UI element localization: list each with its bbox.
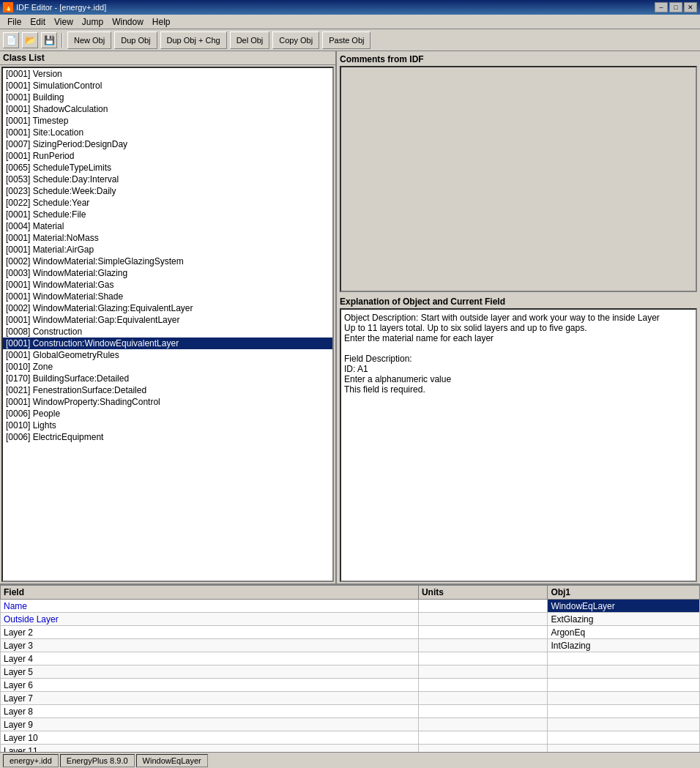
explanation-line2: Up to 11 layers total. Up to six solid l…	[344, 323, 693, 333]
list-item[interactable]: [0003] WindowMaterial:Glazing	[3, 267, 332, 279]
save-file-icon[interactable]: 💾	[41, 32, 57, 48]
table-row[interactable]: Layer 2ArgonEq	[1, 626, 700, 639]
list-item[interactable]: [0006] People	[3, 408, 332, 420]
field-table-body: NameWindowEqLayerOutside LayerExtGlazing…	[1, 600, 700, 753]
obj1-col-header: Obj1	[548, 586, 700, 600]
list-item[interactable]: [0001] WindowMaterial:Gap:EquivalentLaye…	[3, 314, 332, 326]
dup-obj-chg-button[interactable]: Dup Obj + Chg	[160, 31, 227, 49]
obj1-cell[interactable]: ArgonEq	[548, 626, 700, 639]
obj1-cell[interactable]: IntGlazing	[548, 639, 700, 652]
menu-window[interactable]: Window	[108, 15, 148, 29]
table-row[interactable]: Layer 5	[1, 666, 700, 679]
dup-obj-button[interactable]: Dup Obj	[114, 31, 157, 49]
table-row[interactable]: Layer 11	[1, 745, 700, 753]
toolbar: 📄 📂 💾 New Obj Dup Obj Dup Obj + Chg Del …	[0, 29, 700, 51]
table-row[interactable]: Layer 3IntGlazing	[1, 639, 700, 652]
field-name-cell: Name	[1, 600, 419, 613]
open-file-icon[interactable]: 📂	[22, 32, 38, 48]
maximize-button[interactable]: □	[669, 2, 682, 12]
list-item[interactable]: [0010] Lights	[3, 420, 332, 431]
list-item[interactable]: [0001] SimulationControl	[3, 80, 332, 92]
obj1-cell[interactable]	[548, 718, 700, 731]
class-list-title: Class List	[0, 51, 335, 65]
minimize-button[interactable]: –	[655, 2, 668, 12]
obj1-cell[interactable]	[548, 745, 700, 753]
table-row[interactable]: Layer 10	[1, 731, 700, 745]
comments-textarea[interactable]	[340, 66, 697, 292]
table-row[interactable]: Outside LayerExtGlazing	[1, 613, 700, 626]
menu-jump[interactable]: Jump	[78, 15, 108, 29]
list-item[interactable]: [0001] Construction:WindowEquivalentLaye…	[3, 338, 332, 349]
menu-file[interactable]: File	[3, 15, 26, 29]
list-item[interactable]: [0170] BuildingSurface:Detailed	[3, 373, 332, 384]
list-item[interactable]: [0001] GlobalGeometryRules	[3, 349, 332, 361]
list-item[interactable]: [0007] SizingPeriod:DesignDay	[3, 138, 332, 150]
obj1-cell[interactable]	[548, 692, 700, 705]
units-cell	[418, 679, 547, 692]
list-item[interactable]: [0004] Material	[3, 220, 332, 232]
units-col-header: Units	[418, 586, 547, 600]
class-list[interactable]: [0001] Version[0001] SimulationControl[0…	[3, 68, 332, 581]
field-table: Field Units Obj1 NameWindowEqLayerOutsid…	[0, 585, 700, 752]
list-item[interactable]: [0001] WindowMaterial:Shade	[3, 291, 332, 302]
copy-obj-button[interactable]: Copy Obj	[272, 31, 319, 49]
list-item[interactable]: [0001] Site:Location	[3, 127, 332, 138]
class-list-container[interactable]: [0001] Version[0001] SimulationControl[0…	[1, 67, 334, 582]
del-obj-button[interactable]: Del Obj	[230, 31, 270, 49]
list-item[interactable]: [0008] Construction	[3, 326, 332, 338]
list-item[interactable]: [0053] Schedule:Day:Interval	[3, 174, 332, 185]
table-row[interactable]: Layer 4	[1, 652, 700, 666]
table-row[interactable]: NameWindowEqLayer	[1, 600, 700, 613]
list-item[interactable]: [0001] ShadowCalculation	[3, 103, 332, 115]
table-row[interactable]: Layer 9	[1, 718, 700, 731]
obj1-cell[interactable]	[548, 679, 700, 692]
list-item[interactable]: [0001] Building	[3, 92, 332, 103]
paste-obj-button[interactable]: Paste Obj	[322, 31, 371, 49]
table-row[interactable]: Layer 7	[1, 692, 700, 705]
table-row[interactable]: Layer 8	[1, 705, 700, 718]
explanation-line1: Object Description: Start with outside l…	[344, 313, 693, 323]
explanation-title: Explanation of Object and Current Field	[340, 295, 697, 308]
list-item[interactable]: [0002] WindowMaterial:Glazing:Equivalent…	[3, 302, 332, 314]
list-item[interactable]: [0001] Timestep	[3, 115, 332, 127]
obj1-cell[interactable]	[548, 652, 700, 666]
list-item[interactable]: [0001] Schedule:File	[3, 209, 332, 220]
close-button[interactable]: ✕	[684, 2, 697, 12]
table-row[interactable]: Layer 6	[1, 679, 700, 692]
table-header-row: Field Units Obj1	[1, 586, 700, 600]
list-item[interactable]: [0001] WindowMaterial:Gas	[3, 279, 332, 291]
field-name-cell: Outside Layer	[1, 613, 419, 626]
list-item[interactable]: [0006] ElectricEquipment	[3, 431, 332, 443]
list-item[interactable]: [0001] Material:AirGap	[3, 244, 332, 256]
list-item[interactable]: [0001] Material:NoMass	[3, 232, 332, 244]
units-cell	[418, 692, 547, 705]
obj1-cell[interactable]	[548, 731, 700, 745]
list-item[interactable]: [0001] WindowProperty:ShadingControl	[3, 396, 332, 408]
window-title: IDF Editor - [energy+.idd]	[16, 3, 106, 12]
explanation-section: Explanation of Object and Current Field …	[337, 294, 700, 584]
obj1-cell[interactable]: ExtGlazing	[548, 613, 700, 626]
right-panels: Comments from IDF Explanation of Object …	[337, 51, 700, 584]
field-table-panel: Field Units Obj1 NameWindowEqLayerOutsid…	[0, 584, 700, 752]
field-name-cell: Layer 9	[1, 718, 419, 731]
list-item[interactable]: [0021] FenestrationSurface:Detailed	[3, 384, 332, 396]
menu-edit[interactable]: Edit	[26, 15, 50, 29]
title-bar-controls[interactable]: – □ ✕	[655, 2, 697, 12]
menu-view[interactable]: View	[50, 15, 78, 29]
list-item[interactable]: [0001] Version	[3, 68, 332, 80]
obj1-cell[interactable]	[548, 705, 700, 718]
list-item[interactable]: [0001] RunPeriod	[3, 150, 332, 162]
list-item[interactable]: [0010] Zone	[3, 361, 332, 373]
list-item[interactable]: [0023] Schedule:Week:Daily	[3, 185, 332, 197]
new-obj-button[interactable]: New Obj	[67, 31, 111, 49]
new-file-icon[interactable]: 📄	[3, 32, 19, 48]
list-item[interactable]: [0065] ScheduleTypeLimits	[3, 162, 332, 174]
menu-help[interactable]: Help	[148, 15, 175, 29]
list-item[interactable]: [0022] Schedule:Year	[3, 197, 332, 209]
field-name-cell: Layer 7	[1, 692, 419, 705]
obj1-cell[interactable]	[548, 666, 700, 679]
list-item[interactable]: [0002] WindowMaterial:SimpleGlazingSyste…	[3, 256, 332, 267]
top-split: Class List [0001] Version[0001] Simulati…	[0, 51, 700, 584]
obj1-cell[interactable]: WindowEqLayer	[548, 600, 700, 613]
units-cell	[418, 613, 547, 626]
